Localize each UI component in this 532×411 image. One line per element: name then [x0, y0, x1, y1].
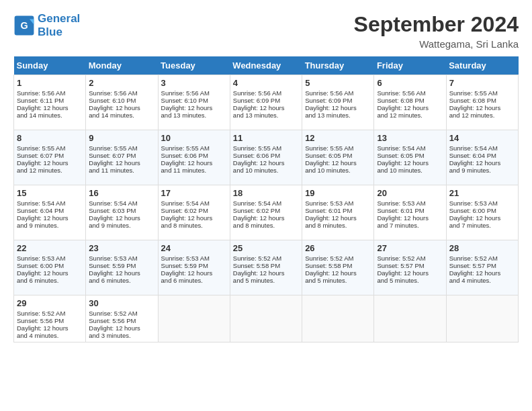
col-header-friday: Friday: [374, 56, 446, 75]
calendar-cell: 25Sunrise: 5:52 AMSunset: 5:58 PMDayligh…: [230, 240, 302, 295]
day-info: Daylight: 12 hours: [89, 159, 154, 167]
day-info: Sunrise: 5:53 AM: [449, 199, 515, 207]
day-info: Sunrise: 5:55 AM: [17, 144, 83, 152]
day-info: Sunrise: 5:56 AM: [89, 89, 154, 97]
day-info: Daylight: 12 hours: [89, 269, 154, 277]
day-info: and 9 minutes.: [17, 222, 83, 229]
day-info: Sunrise: 5:55 AM: [233, 144, 299, 152]
day-info: Daylight: 12 hours: [449, 104, 515, 111]
day-info: and 5 minutes.: [377, 277, 443, 284]
day-number: 14: [449, 133, 515, 143]
day-info: Daylight: 12 hours: [17, 269, 83, 277]
day-info: and 12 minutes.: [449, 111, 515, 119]
day-info: Sunrise: 5:56 AM: [17, 89, 83, 97]
day-info: Sunset: 5:59 PM: [161, 262, 227, 269]
logo-subtext: Blue: [38, 26, 80, 39]
day-info: and 6 minutes.: [17, 277, 83, 284]
day-info: Sunset: 6:06 PM: [233, 152, 299, 159]
calendar-cell: 21Sunrise: 5:53 AMSunset: 6:00 PMDayligh…: [446, 185, 518, 240]
day-info: Sunrise: 5:55 AM: [161, 144, 227, 152]
day-info: and 10 minutes.: [377, 167, 443, 174]
day-info: Sunset: 5:59 PM: [89, 262, 154, 269]
day-info: and 9 minutes.: [89, 222, 154, 229]
day-info: and 6 minutes.: [161, 277, 227, 284]
day-info: Sunrise: 5:54 AM: [161, 199, 227, 207]
day-info: Sunset: 6:04 PM: [17, 207, 83, 214]
calendar-cell: 5Sunrise: 5:56 AMSunset: 6:09 PMDaylight…: [302, 75, 374, 130]
day-info: Daylight: 12 hours: [17, 159, 83, 167]
day-info: and 4 minutes.: [449, 277, 515, 284]
day-info: Daylight: 12 hours: [377, 159, 443, 167]
day-info: and 7 minutes.: [377, 222, 443, 229]
day-info: Sunrise: 5:54 AM: [17, 199, 83, 207]
day-number: 23: [89, 243, 154, 253]
day-info: Daylight: 12 hours: [377, 214, 443, 222]
day-info: Sunrise: 5:56 AM: [377, 89, 443, 97]
day-number: 11: [233, 133, 299, 143]
day-number: 6: [377, 78, 443, 88]
day-info: and 11 minutes.: [161, 167, 227, 174]
calendar-cell: 4Sunrise: 5:56 AMSunset: 6:09 PMDaylight…: [230, 75, 302, 130]
calendar-cell: 30Sunrise: 5:52 AMSunset: 5:56 PMDayligh…: [86, 295, 158, 342]
calendar-cell: 26Sunrise: 5:52 AMSunset: 5:58 PMDayligh…: [302, 240, 374, 295]
day-info: Sunrise: 5:52 AM: [17, 310, 83, 317]
day-info: Daylight: 12 hours: [305, 269, 371, 277]
day-info: Sunset: 6:02 PM: [233, 207, 299, 214]
day-info: Daylight: 12 hours: [233, 104, 299, 111]
day-info: and 5 minutes.: [305, 277, 371, 284]
calendar-cell: 11Sunrise: 5:55 AMSunset: 6:06 PMDayligh…: [230, 130, 302, 185]
day-info: Sunset: 6:00 PM: [449, 207, 515, 214]
day-info: and 8 minutes.: [305, 222, 371, 229]
day-info: and 13 minutes.: [161, 111, 227, 119]
location: Wattegama, Sri Lanka: [354, 38, 519, 50]
day-info: Daylight: 12 hours: [17, 214, 83, 222]
day-info: Sunset: 5:57 PM: [449, 262, 515, 269]
col-header-sunday: Sunday: [14, 56, 86, 75]
day-info: Sunrise: 5:53 AM: [377, 199, 443, 207]
calendar-cell: 14Sunrise: 5:54 AMSunset: 6:04 PMDayligh…: [446, 130, 518, 185]
day-info: and 12 minutes.: [17, 167, 83, 174]
day-number: 4: [233, 78, 299, 88]
day-info: Sunset: 6:07 PM: [17, 152, 83, 159]
day-info: Sunrise: 5:53 AM: [17, 255, 83, 262]
day-number: 22: [17, 243, 83, 253]
day-info: Daylight: 12 hours: [449, 159, 515, 167]
day-number: 5: [305, 78, 371, 88]
day-info: Sunrise: 5:56 AM: [305, 89, 371, 97]
calendar-cell: 7Sunrise: 5:55 AMSunset: 6:08 PMDaylight…: [446, 75, 518, 130]
calendar-cell: 19Sunrise: 5:53 AMSunset: 6:01 PMDayligh…: [302, 185, 374, 240]
day-number: 29: [17, 298, 83, 308]
calendar-table: SundayMondayTuesdayWednesdayThursdayFrid…: [13, 56, 519, 342]
day-info: Sunset: 6:01 PM: [305, 207, 371, 214]
day-info: Daylight: 12 hours: [17, 324, 83, 332]
day-info: Daylight: 12 hours: [377, 269, 443, 277]
day-number: 21: [449, 188, 515, 198]
calendar-cell: 27Sunrise: 5:52 AMSunset: 5:57 PMDayligh…: [374, 240, 446, 295]
col-header-saturday: Saturday: [446, 56, 518, 75]
day-number: 17: [161, 188, 227, 198]
day-info: Sunset: 6:08 PM: [377, 97, 443, 104]
day-number: 3: [161, 78, 227, 88]
day-number: 2: [89, 78, 154, 88]
calendar-cell: 20Sunrise: 5:53 AMSunset: 6:01 PMDayligh…: [374, 185, 446, 240]
day-info: Sunrise: 5:52 AM: [233, 255, 299, 262]
day-info: Sunset: 6:08 PM: [449, 97, 515, 104]
day-number: 19: [305, 188, 371, 198]
day-info: Sunrise: 5:52 AM: [449, 255, 515, 262]
calendar-cell: 8Sunrise: 5:55 AMSunset: 6:07 PMDaylight…: [14, 130, 86, 185]
day-number: 18: [233, 188, 299, 198]
day-number: 10: [161, 133, 227, 143]
day-info: Sunrise: 5:55 AM: [305, 144, 371, 152]
day-number: 12: [305, 133, 371, 143]
day-number: 26: [305, 243, 371, 253]
page: G General Blue September 2024 Wattegama,…: [0, 0, 532, 349]
calendar-cell: 10Sunrise: 5:55 AMSunset: 6:06 PMDayligh…: [158, 130, 230, 185]
day-number: 15: [17, 188, 83, 198]
day-info: and 10 minutes.: [233, 167, 299, 174]
day-number: 9: [89, 133, 154, 143]
day-info: Sunset: 6:04 PM: [449, 152, 515, 159]
day-info: Sunset: 6:01 PM: [377, 207, 443, 214]
title-block: September 2024 Wattegama, Sri Lanka: [354, 12, 519, 50]
day-number: 16: [89, 188, 154, 198]
day-info: Daylight: 12 hours: [17, 104, 83, 111]
